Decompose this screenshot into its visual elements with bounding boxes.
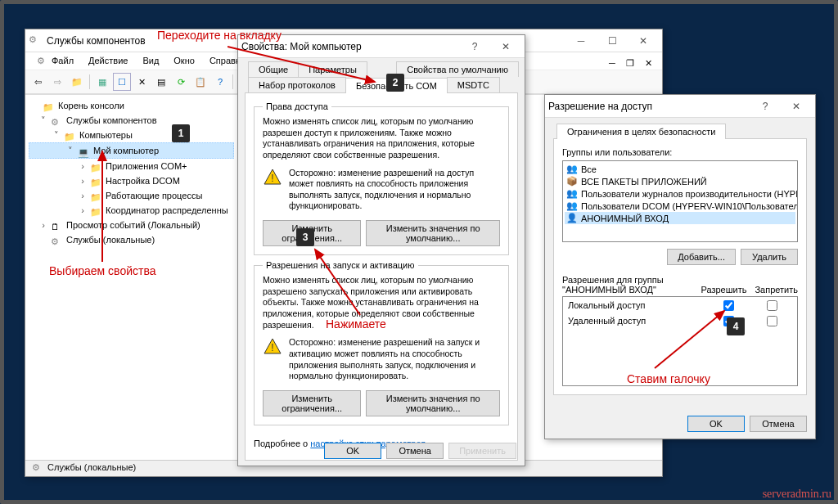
- edit-limits-button-2[interactable]: Изменить ограничения...: [263, 390, 361, 416]
- tree-dtc[interactable]: ›Координатор распределенны: [29, 203, 234, 218]
- list-item[interactable]: 👥Все: [565, 163, 795, 175]
- edit-default-button[interactable]: Изменить значения по умолчанию...: [366, 220, 500, 246]
- tab-default-props[interactable]: Свойства по умолчанию: [396, 61, 519, 77]
- edit-limits-button[interactable]: Изменить ограничения...: [263, 220, 361, 246]
- col-deny: Запретить: [755, 285, 798, 295]
- menu-action[interactable]: Действие: [82, 54, 134, 68]
- group-name: ВСЕ ПАКЕТЫ ПРИЛОЖЕНИЙ: [581, 177, 707, 187]
- tree-com-apps[interactable]: ›Приложения COM+: [29, 159, 234, 173]
- cancel-button[interactable]: Отмена: [386, 443, 444, 459]
- legend-access: Права доступа: [263, 101, 331, 111]
- watermark: serveradmin.ru: [763, 488, 831, 501]
- properties-dialog: Свойства: Мой компьютер ? ✕ Общие Параме…: [237, 34, 525, 466]
- list-item[interactable]: 👥Пользователи журналов производительност…: [565, 187, 795, 200]
- warning-icon: !: [263, 337, 282, 357]
- delete-button[interactable]: ✕: [133, 73, 151, 91]
- menu-view[interactable]: Вид: [136, 54, 165, 68]
- tree-processes[interactable]: ›Работающие процессы: [29, 188, 234, 203]
- folder-icon: [90, 190, 103, 201]
- launch-permissions-group: Разрешения на запуск и активацию Можно и…: [254, 260, 509, 425]
- help-button[interactable]: ?: [459, 38, 490, 56]
- perm-ok-button[interactable]: OK: [687, 416, 745, 432]
- menu-window[interactable]: Окно: [167, 54, 201, 68]
- tab-com-security[interactable]: Безопасность COM: [345, 78, 448, 93]
- close-button[interactable]: ✕: [628, 32, 659, 50]
- dialog-titlebar: Свойства: Мой компьютер ? ✕: [238, 35, 525, 58]
- event-icon: 🗒: [51, 219, 64, 231]
- tree-pane: Корень консоли ˅Службы компонентов ˅Комп…: [25, 95, 238, 462]
- list-item[interactable]: 👤АНОНИМНЫЙ ВХОД: [565, 212, 795, 224]
- add-button[interactable]: Добавить...: [667, 249, 736, 265]
- access-desc: Можно изменять список лиц, которым по ум…: [263, 116, 500, 161]
- perm-local-label: Локальный доступ: [568, 300, 705, 313]
- groups-listbox[interactable]: 👥Все📦ВСЕ ПАКЕТЫ ПРИЛОЖЕНИЙ👥Пользователи …: [562, 160, 798, 242]
- group-icon: 👤: [566, 213, 578, 223]
- tree-computers[interactable]: ˅Компьютеры: [29, 128, 234, 142]
- remote-deny-checkbox[interactable]: [767, 316, 777, 326]
- tb-btn-2[interactable]: ☐: [113, 73, 131, 91]
- perms-for-label: Разрешения для группы "АНОНИМНЫЙ ВХОД": [562, 275, 701, 295]
- tree-my-computer[interactable]: ˅Мой компьютер: [29, 142, 234, 159]
- remove-button[interactable]: Удалить: [741, 249, 798, 265]
- mdi-close[interactable]: ✕: [639, 54, 657, 72]
- tabs-row-1: Общие Параметры Свойства по умолчанию: [245, 61, 518, 77]
- groups-label: Группы или пользователи:: [562, 147, 798, 157]
- gear-icon: [51, 234, 64, 245]
- gear-icon: [51, 115, 64, 126]
- help-button[interactable]: ?: [750, 97, 781, 115]
- tab-msdtc[interactable]: MSDTC: [447, 77, 500, 92]
- tab-parameters[interactable]: Параметры: [298, 61, 367, 77]
- help-button[interactable]: ?: [211, 73, 229, 91]
- remote-allow-checkbox[interactable]: [723, 316, 734, 326]
- group-icon: 👥: [566, 164, 578, 174]
- tabs-row-2: Набор протоколов Безопасность COM MSDTC: [245, 77, 518, 93]
- forward-button[interactable]: ⇨: [48, 73, 66, 91]
- more-info-text: Подробнее о: [254, 439, 310, 448]
- mdi-minimize[interactable]: ─: [603, 54, 621, 72]
- mdi-restore[interactable]: ❐: [621, 54, 639, 72]
- group-icon: 📦: [566, 176, 578, 187]
- maximize-button[interactable]: ☐: [597, 32, 628, 50]
- access-permissions-group: Права доступа Можно изменять список лиц,…: [254, 101, 509, 255]
- properties-button[interactable]: ▤: [152, 73, 170, 91]
- export-button[interactable]: 📋: [191, 73, 210, 91]
- warning-icon: !: [263, 168, 282, 187]
- mdi-icon: [30, 54, 43, 68]
- perm-titlebar: Разрешение на доступ ? ✕: [545, 95, 815, 118]
- launch-desc: Можно изменять список лиц, которым по ум…: [263, 275, 500, 331]
- tree-local-services[interactable]: Службы (локальные): [29, 232, 234, 247]
- status-icon: [32, 462, 45, 473]
- local-deny-checkbox[interactable]: [767, 300, 777, 311]
- local-allow-checkbox[interactable]: [723, 300, 734, 311]
- close-button[interactable]: ✕: [490, 38, 521, 56]
- group-name: Пользователи DCOM (HYPERV-WIN10\Пользова…: [581, 201, 798, 211]
- tab-general[interactable]: Общие: [248, 61, 299, 77]
- tb-btn-1[interactable]: ▦: [93, 73, 111, 91]
- close-button[interactable]: ✕: [781, 97, 812, 115]
- tab-protocols[interactable]: Набор протоколов: [248, 77, 346, 92]
- menu-file[interactable]: Файл: [45, 54, 80, 68]
- group-name: Пользователи журналов производительности…: [581, 189, 798, 199]
- refresh-button[interactable]: ⟳: [172, 73, 190, 91]
- app-icon: [29, 34, 42, 47]
- dialog-title: Свойства: Мой компьютер: [241, 41, 459, 52]
- perm-cancel-button[interactable]: Отмена: [750, 416, 807, 432]
- back-button[interactable]: ⇦: [29, 73, 47, 91]
- up-button[interactable]: 📁: [68, 73, 86, 91]
- group-name: Все: [581, 164, 597, 174]
- list-item[interactable]: 👥Пользователи DCOM (HYPERV-WIN10\Пользов…: [565, 200, 795, 212]
- edit-default-button-2[interactable]: Изменить значения по умолчанию...: [366, 390, 500, 416]
- tab-security-limits[interactable]: Ограничения в целях безопасности: [556, 124, 726, 139]
- minimize-button[interactable]: ─: [565, 32, 597, 50]
- tree-services[interactable]: ˅Службы компонентов: [29, 113, 234, 128]
- perm-remote-label: Удаленный доступ: [568, 316, 705, 328]
- ok-button[interactable]: OK: [324, 443, 381, 459]
- status-text: Службы (локальные): [47, 462, 136, 472]
- tree-event-viewer[interactable]: ›🗒Просмотр событий (Локальный): [29, 218, 234, 232]
- svg-text:!: !: [271, 173, 273, 184]
- apply-button[interactable]: Применить: [448, 443, 516, 459]
- tree-root[interactable]: Корень консоли: [29, 98, 234, 113]
- launch-warning: Осторожно: изменение разрешений на запус…: [289, 337, 500, 382]
- tree-dcom[interactable]: ›Настройка DCOM: [29, 173, 234, 188]
- list-item[interactable]: 📦ВСЕ ПАКЕТЫ ПРИЛОЖЕНИЙ: [565, 175, 795, 187]
